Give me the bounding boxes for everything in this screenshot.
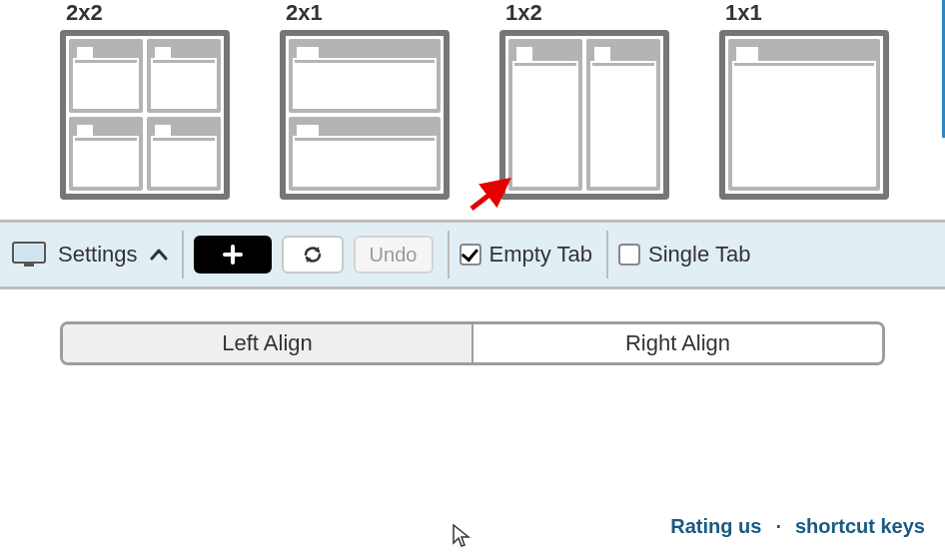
layout-box-2x1[interactable] — [280, 30, 450, 200]
empty-tab-label: Empty Tab — [489, 242, 593, 268]
layout-option-1x1: 1x1 — [719, 0, 889, 200]
layout-label: 1x1 — [725, 0, 762, 26]
layout-option-2x1: 2x1 — [280, 0, 450, 200]
layout-options-row: 2x2 2x1 1x2 1x1 — [0, 0, 945, 220]
single-tab-label: Single Tab — [648, 242, 750, 268]
align-row: Left Align Right Align — [0, 289, 945, 365]
single-tab-checkbox[interactable]: Single Tab — [618, 242, 750, 268]
layout-box-1x2[interactable] — [499, 30, 669, 200]
svg-rect-3 — [24, 264, 34, 267]
checkbox-icon — [618, 244, 640, 266]
svg-rect-2 — [15, 245, 43, 261]
layout-label: 2x1 — [286, 0, 323, 26]
plus-icon — [221, 243, 245, 267]
toolbar: Settings Undo Empty Tab — [0, 220, 945, 289]
right-align-button[interactable]: Right Align — [473, 324, 882, 362]
left-align-button[interactable]: Left Align — [63, 324, 473, 362]
settings-button[interactable]: Settings — [12, 242, 168, 268]
cursor-icon — [452, 523, 472, 549]
layout-label: 2x2 — [66, 0, 103, 26]
layout-box-2x2[interactable] — [60, 30, 230, 200]
toolbar-group-empty-tab: Empty Tab — [460, 231, 609, 279]
layout-label: 1x2 — [505, 0, 542, 26]
add-button[interactable] — [194, 236, 272, 274]
layout-option-1x2: 1x2 — [499, 0, 669, 200]
separator-dot: · — [775, 515, 781, 538]
monitor-icon — [12, 242, 46, 268]
chevron-up-icon — [150, 249, 168, 261]
refresh-button[interactable] — [282, 236, 344, 274]
toolbar-group-actions: Undo — [194, 231, 450, 279]
empty-tab-checkbox[interactable]: Empty Tab — [460, 242, 593, 268]
checkbox-icon — [460, 244, 481, 266]
refresh-icon — [302, 244, 324, 266]
toolbar-group-single-tab: Single Tab — [618, 231, 750, 279]
align-toggle-group: Left Align Right Align — [60, 321, 885, 365]
settings-label: Settings — [58, 242, 138, 268]
footer-links: Rating us · shortcut keys — [670, 515, 925, 538]
shortcut-keys-link[interactable]: shortcut keys — [795, 515, 925, 538]
undo-button[interactable]: Undo — [354, 236, 434, 274]
rating-link[interactable]: Rating us — [670, 515, 761, 538]
layout-box-1x1[interactable] — [719, 30, 889, 200]
toolbar-group-settings: Settings — [12, 231, 184, 279]
layout-option-2x2: 2x2 — [60, 0, 230, 200]
